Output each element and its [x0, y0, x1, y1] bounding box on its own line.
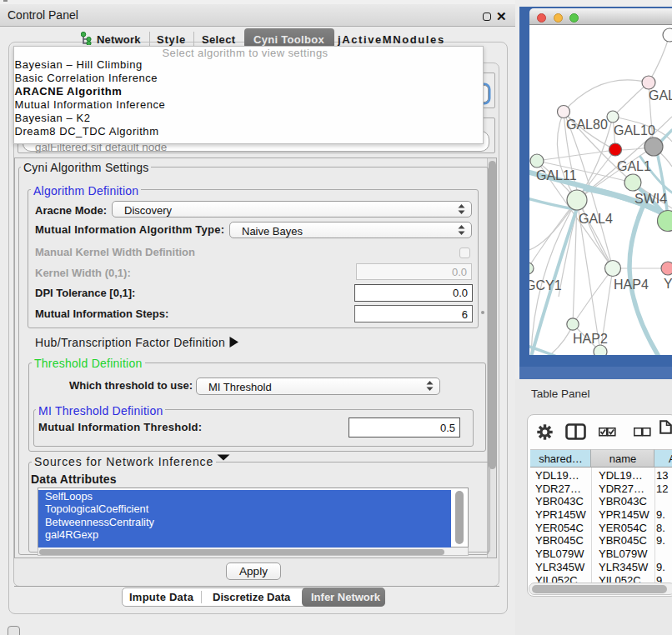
svg-text:HAP2: HAP2: [573, 332, 608, 346]
svg-text:GAL4: GAL4: [579, 212, 613, 226]
svg-text:GAL1: GAL1: [617, 159, 651, 173]
svg-text:HAP4: HAP4: [614, 278, 649, 292]
svg-text:GAL10: GAL10: [614, 123, 655, 138]
svg-text:GCY1: GCY1: [529, 278, 562, 292]
svg-text:Y: Y: [664, 277, 672, 291]
svg-text:GAL11: GAL11: [536, 168, 577, 182]
svg-text:SWI4: SWI4: [634, 192, 667, 206]
svg-text:GAL7: GAL7: [649, 88, 672, 102]
svg-text:GAL80: GAL80: [566, 118, 608, 132]
